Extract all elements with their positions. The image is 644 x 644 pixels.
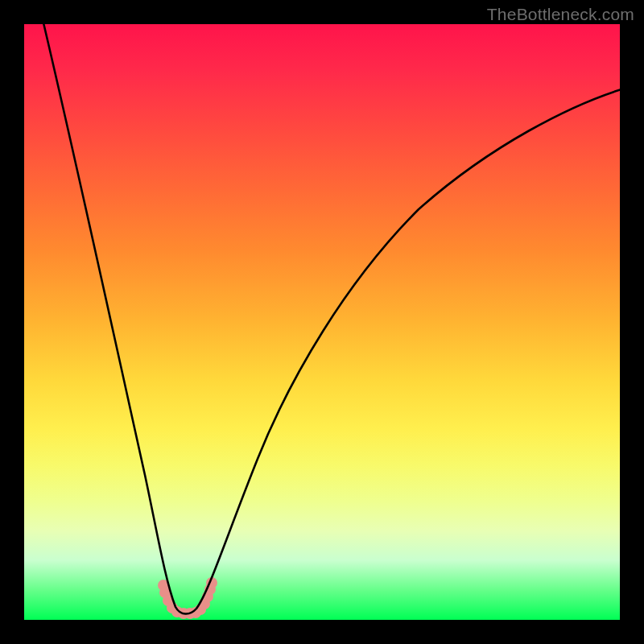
plot-area [24, 24, 620, 620]
bottleneck-curve-path [42, 16, 624, 614]
watermark-text: TheBottleneck.com [487, 5, 634, 24]
curve-layer [24, 24, 620, 620]
chart-frame: TheBottleneck.com [0, 0, 644, 644]
